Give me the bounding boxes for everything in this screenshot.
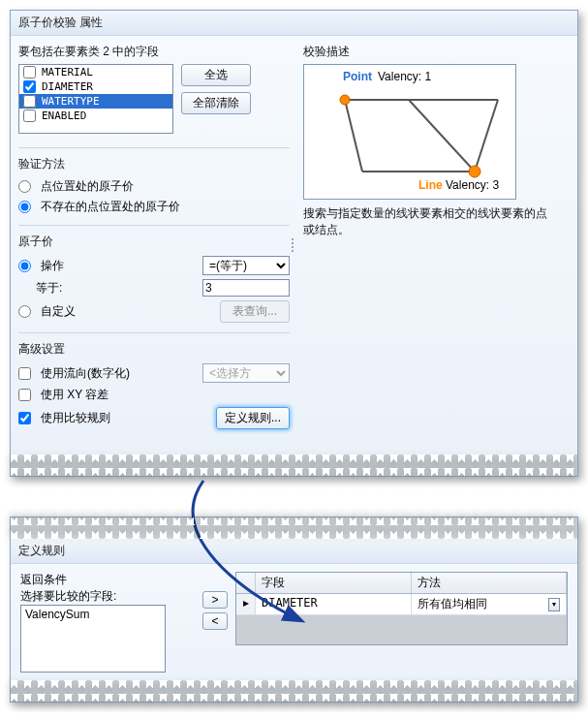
description-help: 搜索与指定数量的线状要素相交的线状要素的点或结点。 (303, 205, 547, 238)
select-all-button[interactable]: 全选 (181, 64, 251, 86)
valency-custom-row: 自定义 表查询... (18, 298, 290, 325)
return-conditions: 返回条件 选择要比较的字段: ValencySum (20, 572, 195, 673)
field-checkbox[interactable] (23, 80, 36, 93)
list-item[interactable]: MATERIAL (19, 65, 172, 79)
eq-label: 等于: (36, 280, 62, 297)
clear-all-button[interactable]: 全部清除 (181, 92, 251, 114)
svg-line-4 (475, 100, 498, 172)
svg-point-6 (469, 166, 480, 177)
window-body: 要包括在要素类 2 中的字段 MATERIAL DIAMETER (11, 36, 577, 454)
valency-eq-row: 等于: (18, 277, 290, 298)
radio-label: 点位置处的原子价 (41, 178, 134, 195)
description-label: 校验描述 (303, 44, 547, 60)
flow-label: 使用流向(数字化) (41, 365, 130, 382)
cell-method-text: 所有值均相同 (418, 596, 487, 612)
advanced-section: 高级设置 使用流向(数字化) <选择方 使用 XY 容差 使用比较规则 定义规则… (18, 341, 290, 439)
field-label: MATERIAL (42, 66, 93, 78)
adv-flow-row: 使用流向(数字化) <选择方 (18, 361, 290, 385)
compare-label: 使用比较规则 (41, 410, 110, 426)
radio-point-valency[interactable] (18, 180, 31, 193)
field-label: ENABLED (42, 110, 86, 122)
advanced-label: 高级设置 (18, 341, 290, 358)
grid-col-method[interactable]: 方法 (412, 573, 568, 593)
torn-edge-bottom (11, 680, 577, 702)
valency-section: 原子价 操作 =(等于) 等于: 自定义 表查询... (18, 234, 290, 333)
adv-compare-row: 使用比较规则 定义规则... (18, 405, 290, 431)
field-label: DIAMETER (42, 80, 93, 93)
list-item[interactable]: WATERTYPE (19, 94, 172, 109)
valency-label: 原子价 (18, 234, 290, 250)
line-label: Line (418, 178, 443, 192)
define-rules-button[interactable]: 定义规则... (216, 407, 290, 429)
point-label: Point (343, 70, 372, 83)
validation-option-2[interactable]: 不存在的点位置处的原子价 (18, 197, 290, 217)
radio-label: 不存在的点位置处的原子价 (41, 199, 180, 215)
window-title: 原子价校验 属性 (11, 11, 577, 36)
validation-section: 验证方法 点位置处的原子价 不存在的点位置处的原子价 (18, 156, 290, 226)
list-item[interactable]: DIAMETER (19, 79, 172, 94)
field-checkbox[interactable] (23, 66, 36, 78)
valency-diagram: Point Valency: 1 Line Valency: 3 (303, 64, 516, 200)
op-label: 操作 (41, 258, 64, 274)
field-checkbox[interactable] (23, 95, 36, 108)
chevron-down-icon[interactable]: ▾ (548, 598, 560, 611)
chk-flow[interactable] (18, 367, 31, 380)
compare-field-listbox[interactable]: ValencySum (20, 605, 166, 673)
list-item[interactable]: ENABLED (19, 109, 172, 123)
op-dropdown[interactable]: =(等于) (202, 256, 290, 275)
select-field-label: 选择要比较的字段: (20, 588, 195, 605)
right-panel: 校验描述 Point Valency: 1 Line Valency: 3 搜索… (295, 44, 547, 447)
field-label: WATERTYPE (42, 95, 100, 108)
radio-custom[interactable] (18, 305, 31, 318)
chk-xy[interactable] (18, 389, 31, 401)
flow-dropdown: <选择方 (202, 363, 290, 383)
return-label: 返回条件 (20, 572, 195, 588)
validation-label: 验证方法 (18, 156, 290, 172)
line-valency-text: Valency: 3 (446, 178, 499, 192)
table-query-button: 表查询... (220, 300, 290, 323)
point-valency-text: Valency: 1 (378, 70, 431, 83)
chk-compare[interactable] (18, 412, 31, 424)
valency-check-properties-window: 原子价校验 属性 要包括在要素类 2 中的字段 MATERIAL DIAMETE… (10, 10, 578, 477)
torn-edge-top (11, 517, 577, 539)
adv-xy-row: 使用 XY 容差 (18, 385, 290, 405)
valency-op-row: 操作 =(等于) (18, 254, 290, 277)
svg-line-3 (409, 100, 475, 172)
svg-line-1 (345, 100, 362, 172)
custom-label: 自定义 (41, 303, 76, 320)
fields-section-label: 要包括在要素类 2 中的字段 (18, 44, 290, 60)
fields-section: 要包括在要素类 2 中的字段 MATERIAL DIAMETER (18, 44, 290, 148)
cell-method[interactable]: 所有值均相同 ▾ (412, 594, 568, 614)
xy-label: 使用 XY 容差 (41, 387, 108, 403)
field-checkbox[interactable] (23, 110, 36, 122)
fields-listbox[interactable]: MATERIAL DIAMETER WATERTYPE ENABLED (18, 64, 173, 134)
torn-edge (11, 454, 577, 476)
list-item[interactable]: ValencySum (25, 608, 161, 621)
svg-point-5 (340, 95, 350, 105)
radio-nonexistent-point-valency[interactable] (18, 201, 31, 213)
diagram-svg: Point Valency: 1 Line Valency: 3 (304, 65, 515, 199)
eq-input[interactable] (202, 279, 290, 297)
radio-operation[interactable] (18, 260, 31, 272)
left-panel: 要包括在要素类 2 中的字段 MATERIAL DIAMETER (18, 44, 290, 447)
validation-option-1[interactable]: 点位置处的原子价 (18, 176, 290, 197)
connector-arrow (10, 516, 578, 517)
